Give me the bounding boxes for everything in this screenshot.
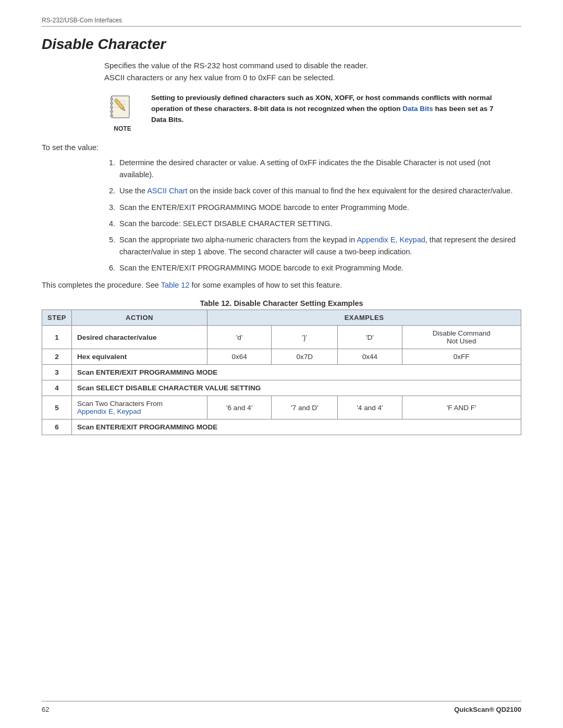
svg-point-4 — [111, 106, 113, 109]
action-4: Scan SELECT DISABLE CHARACTER VALUE SETT… — [72, 380, 521, 396]
ex1-r1: 'd' — [207, 326, 272, 349]
intro-text: Specifies the value of the RS-232 host c… — [104, 60, 521, 83]
table-row-2: 2 Hex equivalent 0x64 0x7D 0x44 0xFF — [42, 349, 521, 365]
step-6-text: Scan the ENTER/EXIT PROGRAMMING MODE bar… — [119, 264, 403, 272]
ex1-r2: 0x64 — [207, 349, 272, 365]
action-1: Desired character/value — [72, 326, 207, 349]
table-row-1: 1 Desired character/value 'd' '}' 'D' Di… — [42, 326, 521, 349]
table-header-row: STEP ACTION EXAMPLES — [42, 310, 521, 326]
step-num-5: 5 — [42, 396, 72, 419]
conclusion: This completes the procedure. See Table … — [42, 280, 521, 291]
step-num-3: 3 — [42, 365, 72, 380]
ex3-r2: 0x44 — [338, 349, 402, 365]
appendix-e-table-link[interactable]: Appendix E, Keypad — [77, 408, 141, 415]
footer-product-name: QuickScan® QD2100 — [454, 706, 521, 713]
table12-link[interactable]: Table 12 — [161, 281, 190, 289]
svg-point-2 — [111, 98, 113, 101]
ex1-r5: '6 and 4' — [207, 396, 272, 419]
step-1: Determine the desired character or value… — [117, 157, 521, 181]
note-label: NOTE — [114, 125, 131, 132]
ex4-r2: 0xFF — [402, 349, 521, 365]
footer-bar: 62 QuickScan® QD2100 — [42, 701, 521, 713]
main-table: STEP ACTION EXAMPLES 1 Desired character… — [42, 310, 521, 435]
table-title: Table 12. Disable Character Setting Exam… — [42, 299, 521, 307]
action-6: Scan ENTER/EXIT PROGRAMMING MODE — [72, 419, 521, 435]
step-num-4: 4 — [42, 380, 72, 396]
table-row-3: 3 Scan ENTER/EXIT PROGRAMMING MODE — [42, 365, 521, 380]
conclusion-post: for some examples of how to set this fea… — [189, 281, 342, 289]
table-row-5: 5 Scan Two Characters FromAppendix E, Ke… — [42, 396, 521, 419]
step-num-2: 2 — [42, 349, 72, 365]
note-icon-area: NOTE — [104, 93, 141, 132]
ex2-r2: 0x7D — [272, 349, 338, 365]
th-examples: EXAMPLES — [207, 310, 521, 326]
action-2: Hex equivalent — [72, 349, 207, 365]
step-5-pre: Scan the appropriate two alpha-numeric c… — [119, 236, 357, 244]
step-2-post: on the inside back cover of this manual … — [188, 187, 513, 195]
ex4-r1: Disable CommandNot Used — [402, 326, 521, 349]
step-1-text: Determine the desired character or value… — [119, 158, 491, 179]
intro-line1: Specifies the value of the RS-232 host c… — [104, 61, 368, 70]
to-set-label: To set the value: — [42, 143, 521, 152]
note-text: Setting to previously defined characters… — [151, 93, 506, 126]
section-title: Disable Character — [42, 36, 521, 53]
note-icon — [107, 93, 138, 123]
step-4-text: Scan the barcode: SELECT DISABLE CHARACT… — [119, 219, 332, 228]
header-label: RS-232/USB-Com Interfaces — [42, 17, 122, 24]
svg-point-3 — [111, 102, 113, 105]
step-2-pre: Use the — [119, 187, 147, 195]
th-step: STEP — [42, 310, 72, 326]
intro-line2: ASCII characters or any hex value from 0… — [104, 73, 335, 82]
th-action: ACTION — [72, 310, 207, 326]
table-row-6: 6 Scan ENTER/EXIT PROGRAMMING MODE — [42, 419, 521, 435]
appendix-e-link[interactable]: Appendix E, Keypad — [357, 236, 425, 244]
table-row-4: 4 Scan SELECT DISABLE CHARACTER VALUE SE… — [42, 380, 521, 396]
conclusion-pre: This completes the procedure. See — [42, 281, 161, 289]
page: RS-232/USB-Com Interfaces Disable Charac… — [0, 0, 563, 728]
step-3: Scan the ENTER/EXIT PROGRAMMING MODE bar… — [117, 202, 521, 214]
step-4: Scan the barcode: SELECT DISABLE CHARACT… — [117, 218, 521, 230]
action-5: Scan Two Characters FromAppendix E, Keyp… — [72, 396, 207, 419]
ex3-r5: '4 and 4' — [338, 396, 402, 419]
step-num-6: 6 — [42, 419, 72, 435]
header-bar: RS-232/USB-Com Interfaces — [42, 16, 521, 27]
step-num-1: 1 — [42, 326, 72, 349]
action-3: Scan ENTER/EXIT PROGRAMMING MODE — [72, 365, 521, 380]
step-5: Scan the appropriate two alpha-numeric c… — [117, 234, 521, 258]
svg-point-5 — [111, 110, 113, 113]
footer-page-num: 62 — [42, 706, 49, 713]
ex4-r5: 'F AND F' — [402, 396, 521, 419]
step-3-text: Scan the ENTER/EXIT PROGRAMMING MODE bar… — [119, 203, 409, 212]
step-2: Use the ASCII Chart on the inside back c… — [117, 185, 521, 197]
note-link-databits[interactable]: Data Bits — [402, 105, 433, 113]
steps-list: Determine the desired character or value… — [117, 157, 521, 275]
ascii-chart-link[interactable]: ASCII Chart — [147, 187, 187, 195]
ex3-r1: 'D' — [338, 326, 402, 349]
note-box: NOTE Setting to previously defined chara… — [104, 93, 521, 132]
svg-point-6 — [111, 115, 113, 117]
step-6: Scan the ENTER/EXIT PROGRAMMING MODE bar… — [117, 262, 521, 274]
ex2-r1: '}' — [272, 326, 338, 349]
ex2-r5: '7 and D' — [272, 396, 338, 419]
